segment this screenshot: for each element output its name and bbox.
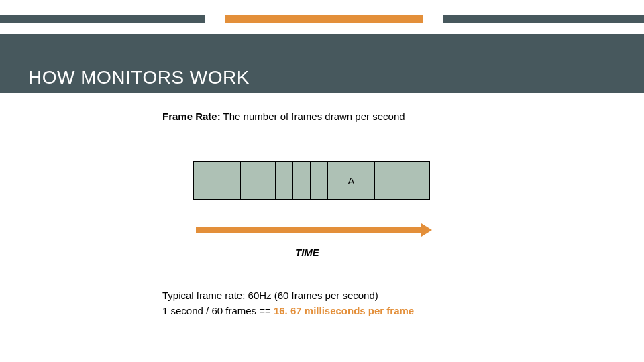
definition-label: Frame Rate: <box>162 111 221 122</box>
definition-text: The number of frames drawn per second <box>223 111 405 122</box>
timeline-slot <box>375 162 422 199</box>
typical-line1: Typical frame rate: 60Hz (60 frames per … <box>162 288 414 304</box>
title-band: HOW MONITORS WORK <box>0 34 644 93</box>
timeline-slot-a: A <box>328 162 375 199</box>
definition-line: Frame Rate: The number of frames drawn p… <box>162 111 405 122</box>
decorative-top-bars <box>0 15 644 23</box>
time-arrow <box>196 225 432 235</box>
arrow-head-icon <box>421 223 432 237</box>
typical-line2-prefix: 1 second / 60 frames == <box>162 305 274 316</box>
typical-line2-highlight: 16. 67 milliseconds per frame <box>274 305 414 316</box>
typical-frame-rate-text: Typical frame rate: 60Hz (60 frames per … <box>162 288 414 318</box>
timeline-diagram: A <box>193 161 430 200</box>
typical-line2: 1 second / 60 frames == 16. 67 milliseco… <box>162 304 414 319</box>
bar-segment <box>0 15 205 23</box>
bar-segment <box>443 15 644 23</box>
arrow-shaft <box>196 227 421 233</box>
timeline-slot <box>194 162 241 199</box>
bar-gap <box>205 15 225 23</box>
page-title: HOW MONITORS WORK <box>28 67 250 88</box>
bar-segment <box>225 15 423 23</box>
time-axis-label: TIME <box>295 247 319 258</box>
bar-gap <box>423 15 443 23</box>
timeline-slot <box>311 162 328 199</box>
timeline-slot <box>276 162 293 199</box>
timeline-slot <box>293 162 311 199</box>
timeline-slot <box>258 162 276 199</box>
timeline-slot <box>241 162 258 199</box>
